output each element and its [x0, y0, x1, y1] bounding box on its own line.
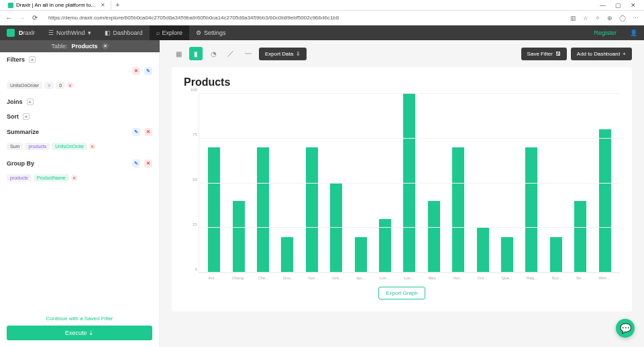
database-selector[interactable]: ☰ NorthWind ▾ — [42, 25, 98, 40]
view-pie-icon[interactable]: ◔ — [207, 47, 220, 60]
bar[interactable] — [452, 147, 464, 273]
forward-icon[interactable]: → — [19, 14, 25, 21]
export-graph-button[interactable]: Export Graph — [378, 287, 425, 299]
register-link[interactable]: Register — [587, 29, 623, 36]
more-icon[interactable]: ⋯ — [633, 15, 639, 21]
y-tick: 75 — [193, 133, 197, 137]
extensions-icon[interactable]: ⊕ — [607, 15, 612, 21]
saved-filter-link[interactable]: Continue with a Saved Filter — [7, 311, 152, 326]
bar[interactable] — [208, 147, 220, 273]
bar[interactable] — [525, 147, 537, 273]
summarize-remove-icon[interactable]: ✕ — [89, 143, 95, 149]
summarize-field-chip[interactable]: UnitsOnOrder — [52, 143, 87, 150]
filter-field-chip[interactable]: UnitsOnOrder — [7, 82, 42, 89]
filters-title: Filters — [7, 56, 25, 63]
view-line-icon[interactable]: ／ — [224, 47, 237, 60]
add-dashboard-button[interactable]: Add to Dashboard + — [571, 48, 632, 60]
back-icon[interactable]: ← — [5, 14, 12, 21]
x-tick: Ipo... — [356, 276, 365, 280]
bar[interactable] — [574, 201, 586, 273]
filter-edit-button[interactable]: ✎ — [144, 67, 152, 75]
groupby-delete-button[interactable]: ✕ — [144, 159, 152, 167]
nav-explore[interactable]: ⌕ Explore — [150, 25, 190, 40]
view-bar-icon[interactable]: ▮ — [189, 47, 203, 60]
filter-value-chip[interactable]: 0 — [56, 82, 65, 89]
summarize-section: Summarize ✎ ✕ — [0, 124, 159, 140]
bar[interactable] — [330, 184, 342, 273]
content-area: ▦ ▮ ◔ ／ 〰 Export Data ⇩ Save Filter 🖫 Ad… — [160, 40, 644, 347]
groupby-chip-row: products ProductName ✕ — [0, 171, 159, 187]
url-field[interactable]: https://demo.draxlr.com/explore/605b0ca0… — [44, 13, 564, 22]
groupby-field-chip[interactable]: ProductName — [34, 174, 69, 182]
dashboard-icon: ◧ — [105, 29, 111, 36]
bar[interactable] — [428, 201, 440, 273]
filter-delete-button[interactable]: ✕ — [132, 67, 140, 75]
add-sort-button[interactable]: + — [23, 113, 30, 120]
collections-icon[interactable]: ✧ — [595, 15, 600, 21]
brand[interactable]: Draxlr — [0, 29, 42, 37]
new-tab-button[interactable]: + — [111, 1, 123, 9]
groupby-edit-button[interactable]: ✎ — [132, 159, 140, 167]
bar[interactable] — [477, 228, 489, 273]
table-close-icon[interactable]: ✕ — [102, 43, 109, 50]
groupby-table-chip[interactable]: products — [7, 174, 32, 182]
view-table-icon[interactable]: ▦ — [172, 47, 185, 60]
bar[interactable] — [257, 147, 269, 273]
filter-remove-icon[interactable]: ✕ — [67, 82, 73, 88]
table-label: Table: — [51, 43, 67, 50]
nav-dashboard[interactable]: ◧ Dashboard — [98, 25, 150, 40]
bar[interactable] — [233, 201, 245, 273]
y-tick: 25 — [193, 222, 197, 226]
y-tick: 50 — [193, 178, 197, 182]
plus-icon: + — [623, 51, 626, 57]
filter-op-chip[interactable]: > — [44, 82, 54, 89]
view-area-icon[interactable]: 〰 — [241, 47, 255, 60]
save-filter-button[interactable]: Save Filter 🖫 — [521, 48, 567, 60]
user-icon[interactable]: 👤 — [623, 29, 644, 36]
bar[interactable] — [550, 237, 562, 273]
groupby-remove-icon[interactable]: ✕ — [71, 175, 77, 181]
y-tick: 0 — [195, 267, 197, 271]
summarize-agg-chip[interactable]: Sum — [7, 143, 23, 150]
reader-icon[interactable]: ▥ — [570, 15, 576, 21]
minimize-icon[interactable]: — — [600, 2, 606, 9]
execute-button[interactable]: Execute ⇣ — [7, 326, 152, 340]
chevron-down-icon: ▾ — [88, 29, 91, 36]
add-filter-button[interactable]: + — [29, 56, 36, 63]
download-icon: ⇩ — [296, 51, 301, 57]
x-tick: Chang — [232, 276, 244, 280]
execute-label: Execute — [65, 330, 87, 336]
add-join-button[interactable]: + — [27, 98, 34, 105]
groupby-section: Group By ✎ ✕ — [0, 155, 159, 171]
filter-chip-row: UnitsOnOrder > 0 ✕ — [0, 79, 159, 94]
refresh-icon[interactable]: ⟳ — [32, 14, 38, 21]
chat-bubble-icon[interactable]: 💬 — [616, 319, 635, 338]
chart-title: Products — [184, 76, 620, 88]
x-axis: Ani...ChangChe...Gno...Gor...Gra...Ipo..… — [184, 273, 620, 280]
maximize-icon[interactable]: ▢ — [615, 2, 621, 9]
bar[interactable] — [403, 94, 415, 273]
bar[interactable] — [501, 237, 513, 273]
x-tick: Lou... — [404, 276, 414, 280]
joins-section: Joins + — [0, 94, 159, 109]
tab-close-icon[interactable]: ✕ — [101, 2, 105, 8]
table-name: Products — [72, 43, 98, 50]
bar[interactable] — [281, 237, 293, 273]
export-data-button[interactable]: Export Data ⇩ — [259, 48, 307, 60]
search-icon: ⌕ — [156, 29, 160, 36]
bar[interactable] — [306, 147, 318, 273]
summarize-chip-row: Sum products UnitsOnOrder ✕ — [0, 140, 159, 155]
browser-tab[interactable]: Draxlr | An all in one platform to... ✕ — [3, 1, 111, 9]
bar[interactable] — [599, 129, 611, 273]
close-window-icon[interactable]: ✕ — [631, 2, 636, 9]
summarize-delete-button[interactable]: ✕ — [144, 128, 152, 136]
nav-settings[interactable]: ⚙ Settings — [189, 25, 233, 40]
x-tick: Gor... — [308, 276, 318, 280]
summarize-table-chip[interactable]: products — [25, 143, 50, 150]
bar[interactable] — [355, 237, 367, 273]
profile-icon[interactable]: ◯ — [619, 15, 626, 21]
favorite-icon[interactable]: ☆ — [583, 15, 588, 21]
brand-logo-icon — [7, 29, 15, 37]
summarize-edit-button[interactable]: ✎ — [132, 128, 140, 136]
brand-name: Draxlr — [19, 29, 35, 36]
